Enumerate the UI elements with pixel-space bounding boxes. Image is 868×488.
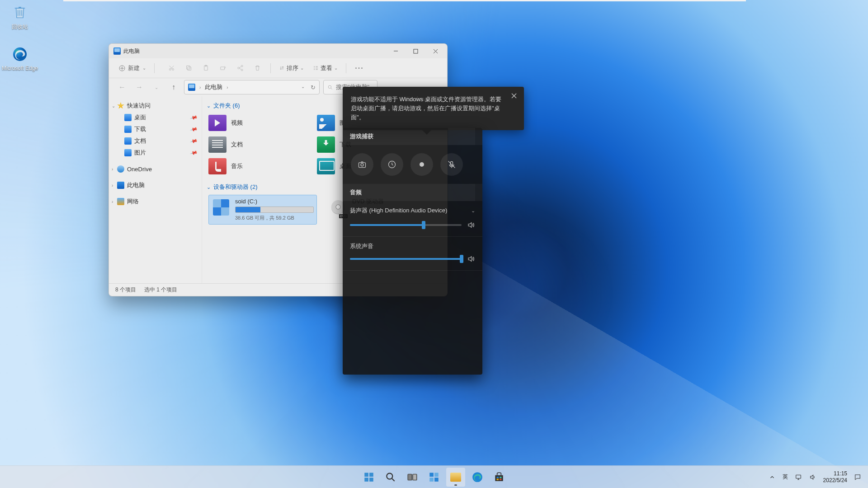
sort-icon (279, 65, 285, 71)
sidebar-item-downloads[interactable]: 下载📌 (111, 123, 200, 135)
recycle-bin-icon (11, 4, 29, 22)
folder-icon (124, 114, 132, 121)
share-button[interactable] (232, 61, 248, 75)
folder-icon (124, 149, 132, 156)
svg-rect-2 (414, 49, 418, 53)
maximize-button[interactable] (406, 44, 425, 58)
svg-point-30 (387, 473, 392, 479)
record-last-button[interactable] (381, 153, 403, 176)
desktop-icon-recycle-bin[interactable]: 回收站 (0, 4, 40, 30)
minimize-button[interactable] (386, 44, 406, 58)
window-title: 此电脑 (123, 47, 140, 55)
star-icon (117, 102, 124, 109)
desktop-folder-icon (317, 158, 335, 174)
mic-mute-button[interactable] (440, 153, 463, 176)
taskbar-clock[interactable]: 11:15 2022/5/24 (823, 470, 847, 484)
music-icon (208, 158, 226, 174)
folder-documents[interactable]: 文档 (208, 135, 317, 154)
svg-rect-38 (497, 476, 499, 478)
titlebar[interactable]: 此电脑 (109, 44, 447, 58)
delete-button[interactable] (250, 61, 265, 75)
screenshot-button[interactable] (351, 153, 373, 176)
volume-icon[interactable] (467, 221, 475, 229)
breadcrumb[interactable]: 此电脑 (205, 83, 222, 91)
svg-rect-40 (497, 479, 499, 480)
volume-tray-icon[interactable] (809, 473, 817, 481)
rename-button[interactable] (215, 61, 231, 75)
notice-close-button[interactable] (509, 90, 519, 101)
sidebar-item-quick-access[interactable]: ⌄快速访问 (111, 100, 200, 112)
svg-rect-33 (429, 473, 434, 477)
pin-icon: 📌 (190, 113, 198, 122)
sort-button[interactable]: 排序 ⌄ (276, 62, 307, 74)
network-icon (117, 198, 124, 205)
folder-music[interactable]: 音乐 (208, 157, 317, 176)
notifications-button[interactable] (854, 473, 862, 481)
capture-section-title: 游戏捕获 (343, 128, 482, 145)
desktop-icon-label: Microsoft Edge (2, 65, 38, 71)
system-sound-mixer: 系统声音 (343, 237, 482, 271)
close-button[interactable] (425, 44, 445, 58)
back-button[interactable]: ← (115, 80, 129, 94)
svg-rect-11 (186, 66, 190, 70)
sidebar-item-network[interactable]: ›网络 (111, 196, 200, 207)
sidebar-item-desktop[interactable]: 桌面📌 (111, 112, 200, 123)
more-button[interactable]: ··· (352, 61, 367, 75)
svg-point-16 (237, 67, 239, 69)
sidebar-item-onedrive[interactable]: ›OneDrive (111, 163, 200, 175)
svg-rect-34 (434, 473, 439, 477)
sidebar-item-this-pc[interactable]: ›此电脑 (111, 179, 200, 191)
svg-rect-42 (796, 475, 801, 478)
videos-icon (208, 115, 226, 131)
gamebar-notice: 游戏功能不适用于 Windows 桌面或文件资源管理器。若要启动桌面广播，请启动… (343, 87, 524, 130)
tray-overflow-button[interactable] (768, 473, 776, 481)
drive-c[interactable]: soid (C:) 38.6 GB 可用，共 59.2 GB (208, 195, 317, 225)
copy-button[interactable] (181, 61, 196, 75)
volume-icon[interactable] (467, 255, 475, 263)
start-button[interactable] (359, 468, 378, 487)
view-button[interactable]: 查看 ⌄ (310, 62, 340, 74)
up-button[interactable]: ↑ (167, 80, 180, 94)
search-icon (327, 84, 333, 90)
taskbar-store[interactable] (490, 468, 509, 487)
documents-icon (208, 136, 226, 153)
speaker-dropdown[interactable]: 扬声器 (High Definition Audio Device) ⌄ (350, 206, 475, 215)
sidebar-item-pictures[interactable]: 图片📌 (111, 147, 200, 159)
svg-point-15 (241, 65, 243, 67)
svg-rect-31 (408, 474, 412, 480)
sidebar-item-documents[interactable]: 文档📌 (111, 135, 200, 147)
speaker-volume-slider[interactable] (350, 224, 462, 226)
svg-rect-28 (364, 478, 368, 482)
taskbar-search-button[interactable] (381, 468, 400, 487)
downloads-icon (317, 136, 335, 153)
refresh-icon[interactable]: ↻ (311, 84, 316, 91)
svg-rect-29 (369, 478, 373, 482)
widgets-button[interactable] (425, 468, 443, 487)
folder-videos[interactable]: 视频 (208, 113, 317, 132)
new-button[interactable]: 新建 ⌄ (116, 62, 149, 74)
pin-icon: 📌 (190, 125, 198, 133)
desktop-icon-edge[interactable]: Microsoft Edge (0, 45, 40, 71)
svg-rect-36 (434, 478, 439, 482)
address-bar[interactable]: › 此电脑 › ⌄↻ (184, 80, 320, 94)
record-button[interactable] (410, 153, 433, 176)
this-pc-icon (188, 84, 195, 91)
task-view-button[interactable] (403, 468, 422, 487)
system-volume-slider[interactable] (350, 258, 462, 260)
ime-indicator[interactable]: 英 (783, 473, 788, 481)
this-pc-icon (117, 182, 124, 189)
taskbar-explorer[interactable] (446, 468, 465, 487)
cut-button[interactable] (164, 61, 179, 75)
onedrive-icon (117, 165, 124, 173)
taskbar-edge[interactable] (468, 468, 487, 487)
paste-button[interactable] (198, 61, 213, 75)
svg-rect-14 (220, 67, 224, 70)
folder-icon (450, 473, 461, 482)
folder-icon (124, 126, 132, 133)
explorer-toolbar: 新建 ⌄ 排序 ⌄ 查看 ⌄ ··· (109, 58, 447, 78)
network-icon[interactable] (794, 473, 802, 481)
speaker-mixer: 扬声器 (High Definition Audio Device) ⌄ (343, 201, 482, 237)
forward-button[interactable]: → (132, 80, 146, 94)
history-button[interactable]: ⌄ (150, 80, 163, 94)
gamebar-panel: 游戏捕获 音频 扬声器 (High Definition Audio Devic… (343, 128, 482, 375)
